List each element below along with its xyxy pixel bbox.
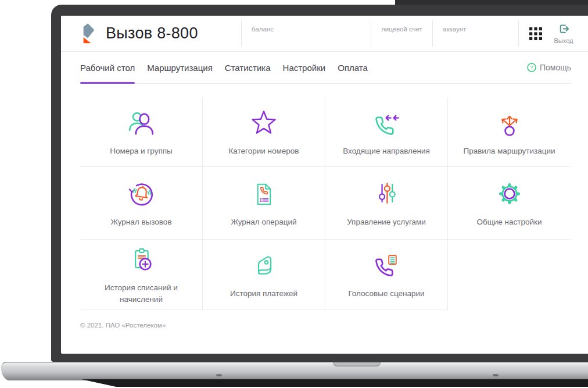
tile-voice-scenarios[interactable]: Голосовые сценарии <box>325 240 448 310</box>
account-label: аккаунт <box>443 26 466 33</box>
laptop-bezel: Вызов 8-800 баланс лицевой счет аккаунт <box>51 5 588 362</box>
laptop-mockup: Вызов 8-800 баланс лицевой счет аккаунт <box>0 0 588 388</box>
gear-icon <box>493 178 526 211</box>
tab-desktop[interactable]: Рабочий стол <box>80 52 135 83</box>
tile-incoming-directions[interactable]: Входящие направления <box>325 97 448 167</box>
star-icon <box>248 107 280 140</box>
logout-label: Выход <box>551 37 576 44</box>
laptop-base-dot <box>216 374 222 376</box>
tile-number-categories[interactable]: Категории номеров <box>203 97 325 167</box>
wallet-icon <box>248 250 280 282</box>
apps-grid-button[interactable] <box>529 27 542 40</box>
help-question-icon: ? <box>527 63 536 72</box>
incoming-call-icon <box>370 107 403 140</box>
tab-settings[interactable]: Настройки <box>283 52 326 83</box>
voice-scenarios-icon <box>370 250 403 282</box>
tile-label: Категории номеров <box>228 145 299 157</box>
routing-arrows-icon <box>493 107 526 140</box>
empty-cell <box>448 240 571 310</box>
svg-text:?: ? <box>530 64 533 70</box>
tab-statistics[interactable]: Статистика <box>225 52 271 83</box>
logout-button[interactable]: Выход <box>551 23 576 44</box>
help-label: Помощь <box>540 63 571 72</box>
balance-field: баланс <box>241 20 371 47</box>
tile-label: Общие настройки <box>476 216 542 228</box>
laptop-screen: Вызов 8-800 баланс лицевой счет аккаунт <box>61 16 588 354</box>
help-link[interactable]: ? Помощь <box>527 52 571 83</box>
laptop-base <box>1 362 588 380</box>
tile-label: Входящие направления <box>343 145 430 157</box>
laptop-hinge-notch <box>333 362 381 366</box>
tile-label: Журнал операций <box>231 216 296 228</box>
account-field: аккаунт <box>432 20 519 47</box>
call-log-icon <box>125 178 157 211</box>
apps-grid-icon <box>529 27 542 40</box>
rostelecom-logo-icon <box>80 21 98 45</box>
main-nav: Рабочий стол Маршрутизация Статистика На… <box>80 52 571 84</box>
copyright-text: © 2021. ПАО «Ростелеком» <box>80 322 588 329</box>
charges-history-icon <box>125 244 157 276</box>
balance-label: баланс <box>252 26 274 33</box>
tile-numbers-and-groups[interactable]: Номера и группы <box>80 97 203 167</box>
account-info-fields: баланс лицевой счет аккаунт <box>241 20 519 47</box>
laptop-base-dot <box>493 374 499 376</box>
personal-account-label: лицевой счет <box>381 26 422 33</box>
tile-call-log[interactable]: Журнал вызовов <box>80 167 203 240</box>
brand: Вызов 8-800 <box>80 21 198 45</box>
tile-label: Управление услугами <box>347 216 426 228</box>
tile-general-settings[interactable]: Общие настройки <box>448 167 571 240</box>
laptop-base-underside <box>81 379 588 387</box>
operations-log-icon <box>248 178 280 211</box>
tile-label: Голосовые сценарии <box>348 288 424 300</box>
tile-label: Журнал вызовов <box>110 216 171 228</box>
tile-payments-history[interactable]: История платежей <box>203 240 325 310</box>
personal-account-field: лицевой счет <box>371 20 432 47</box>
users-icon <box>125 107 157 140</box>
dashboard-grid: Номера и группы Категории номеров <box>80 97 588 310</box>
tile-label: Правила маршрутизации <box>463 145 555 157</box>
app-header: Вызов 8-800 баланс лицевой счет аккаунт <box>61 16 588 52</box>
app-title: Вызов 8-800 <box>106 24 198 42</box>
tile-routing-rules[interactable]: Правила маршрутизации <box>448 97 571 167</box>
tile-charges-history[interactable]: История списаний и начислений <box>80 240 203 310</box>
tab-payment[interactable]: Оплата <box>338 52 368 83</box>
tile-label: История платежей <box>230 288 297 300</box>
tile-service-management[interactable]: Управление услугами <box>325 167 448 240</box>
tile-operations-log[interactable]: Журнал операций <box>203 167 325 240</box>
logout-icon <box>558 23 569 34</box>
tile-label: Номера и группы <box>110 145 172 157</box>
tab-routing[interactable]: Маршрутизация <box>147 52 213 83</box>
sliders-icon <box>370 178 403 211</box>
tile-label: История списаний и начислений <box>90 282 192 305</box>
